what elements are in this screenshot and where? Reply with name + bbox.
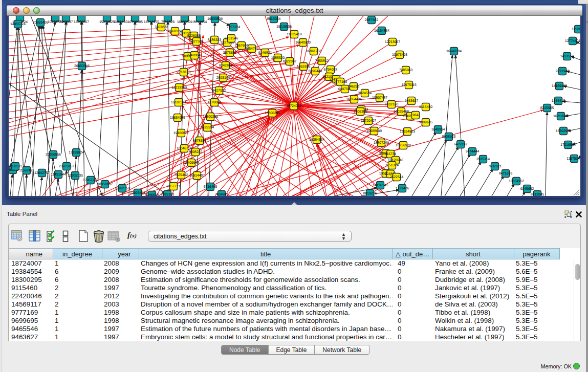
svg-text:6479197: 6479197 — [454, 143, 468, 146]
svg-text:14169412: 14169412 — [552, 84, 567, 88]
svg-text:12505135: 12505135 — [68, 174, 83, 178]
svg-text:8962137: 8962137 — [59, 20, 73, 24]
svg-text:9327503: 9327503 — [190, 40, 204, 43]
svg-text:20364436: 20364436 — [346, 98, 362, 101]
svg-text:7955812: 7955812 — [315, 59, 329, 63]
svg-text:16409948: 16409948 — [184, 161, 199, 165]
svg-text:7485063: 7485063 — [399, 69, 413, 72]
svg-text:18724007: 18724007 — [286, 104, 301, 108]
svg-text:8427552: 8427552 — [212, 89, 226, 93]
svg-text:11325419: 11325419 — [287, 33, 302, 36]
svg-text:2087682: 2087682 — [365, 18, 379, 22]
svg-text:16648784: 16648784 — [446, 50, 462, 53]
svg-text:8471676: 8471676 — [499, 172, 513, 176]
svg-text:6466160: 6466160 — [114, 20, 128, 24]
svg-text:1244415: 1244415 — [552, 99, 565, 103]
svg-text:15276025: 15276025 — [99, 20, 115, 24]
svg-text:7357224: 7357224 — [227, 26, 241, 29]
svg-text:9777169: 9777169 — [334, 80, 347, 84]
svg-text:10973493: 10973493 — [392, 53, 407, 57]
svg-text:16033809: 16033809 — [207, 17, 223, 21]
svg-text:10654112: 10654112 — [509, 180, 524, 183]
svg-text:19218506: 19218506 — [276, 25, 292, 29]
svg-text:8990448: 8990448 — [309, 70, 322, 73]
svg-text:7654911: 7654911 — [215, 193, 228, 196]
svg-text:7625402: 7625402 — [175, 173, 188, 177]
svg-text:8813054: 8813054 — [193, 20, 207, 24]
svg-text:8819276: 8819276 — [363, 192, 377, 195]
svg-text:9463627: 9463627 — [405, 99, 419, 103]
svg-text:12923448: 12923448 — [130, 191, 145, 195]
svg-text:6794028: 6794028 — [324, 68, 338, 72]
svg-text:2803144: 2803144 — [216, 76, 230, 80]
svg-text:16713155: 16713155 — [144, 20, 159, 24]
svg-text:9535594: 9535594 — [201, 126, 214, 129]
svg-text:1151324: 1151324 — [385, 164, 399, 167]
svg-text:10046718: 10046718 — [177, 147, 192, 150]
svg-text:20691406: 20691406 — [33, 21, 48, 25]
svg-text:12213967: 12213967 — [385, 40, 400, 44]
svg-text:17359924: 17359924 — [69, 151, 84, 155]
svg-text:2935114: 2935114 — [476, 158, 490, 161]
svg-text:8878333: 8878333 — [193, 139, 207, 143]
svg-text:10807487: 10807487 — [372, 96, 387, 100]
svg-text:9242848: 9242848 — [219, 64, 233, 68]
svg-text:9721943: 9721943 — [556, 70, 570, 73]
svg-text:746266: 746266 — [348, 85, 360, 89]
svg-text:9115460: 9115460 — [419, 105, 432, 109]
svg-text:8454749: 8454749 — [245, 47, 259, 51]
svg-text:11675341: 11675341 — [567, 157, 580, 161]
svg-text:8215955: 8215955 — [540, 106, 554, 110]
svg-text:2718170: 2718170 — [177, 71, 191, 74]
svg-text:9899695: 9899695 — [419, 121, 433, 124]
svg-text:9245652: 9245652 — [520, 187, 534, 191]
svg-text:8812045: 8812045 — [531, 193, 545, 196]
svg-text:1733426: 1733426 — [396, 187, 409, 190]
svg-text:1588520: 1588520 — [271, 56, 285, 60]
svg-text:9285103: 9285103 — [161, 193, 175, 196]
svg-text:8350511: 8350511 — [9, 165, 22, 168]
svg-text:15300295: 15300295 — [203, 115, 218, 119]
svg-text:1806381: 1806381 — [354, 110, 367, 114]
svg-text:16914407: 16914407 — [189, 174, 205, 178]
svg-text:20053346: 20053346 — [74, 64, 90, 68]
svg-text:7632621: 7632621 — [488, 165, 502, 168]
svg-text:10958107: 10958107 — [97, 183, 113, 186]
svg-text:16961758: 16961758 — [306, 50, 321, 53]
svg-text:9102160: 9102160 — [385, 103, 399, 106]
svg-text:16107554: 16107554 — [171, 101, 186, 104]
svg-text:22420046: 22420046 — [187, 54, 202, 57]
svg-text:1413554: 1413554 — [560, 55, 574, 58]
svg-text:10688609: 10688609 — [366, 129, 382, 133]
svg-text:1640954: 1640954 — [431, 128, 445, 132]
svg-text:16782759: 16782759 — [115, 187, 130, 190]
svg-text:964: 964 — [412, 114, 419, 117]
svg-text:9246618: 9246618 — [145, 193, 159, 196]
svg-text:9474444: 9474444 — [466, 150, 480, 154]
svg-text:8186323: 8186323 — [208, 38, 222, 42]
svg-text:18300295: 18300295 — [265, 112, 280, 115]
svg-text:2522544: 2522544 — [390, 176, 404, 179]
svg-text:17957225: 17957225 — [83, 179, 98, 182]
svg-text:10756928: 10756928 — [396, 144, 411, 147]
svg-text:1362635: 1362635 — [297, 65, 311, 69]
svg-text:10633809: 10633809 — [177, 20, 192, 24]
svg-text:10719185: 10719185 — [127, 20, 143, 24]
svg-text:16154834: 16154834 — [374, 29, 389, 33]
svg-text:18807249: 18807249 — [374, 141, 389, 145]
svg-text:17016504: 17016504 — [560, 143, 576, 147]
svg-text:20206556: 20206556 — [46, 153, 61, 157]
svg-text:5716485: 5716485 — [204, 185, 217, 189]
svg-text:8938923: 8938923 — [442, 135, 456, 139]
svg-text:19166827: 19166827 — [173, 132, 189, 135]
svg-text:15720407: 15720407 — [361, 119, 376, 123]
svg-text:12774401: 12774401 — [565, 39, 580, 43]
svg-text:1112026: 1112026 — [572, 28, 580, 31]
svg-text:8813054: 8813054 — [267, 17, 281, 21]
svg-text:7151546: 7151546 — [225, 37, 238, 40]
svg-text:9146821: 9146821 — [258, 51, 272, 55]
svg-text:8322037: 8322037 — [283, 60, 297, 63]
svg-text:4170068: 4170068 — [208, 101, 222, 104]
svg-text:11451944: 11451944 — [51, 173, 66, 177]
svg-text:16210643: 16210643 — [553, 115, 569, 118]
